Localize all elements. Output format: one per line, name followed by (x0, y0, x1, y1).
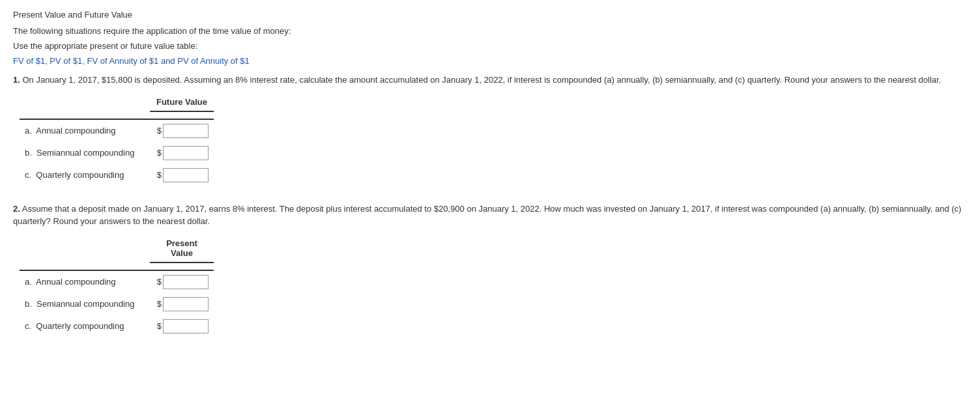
q2-input-b[interactable] (163, 297, 209, 311)
q2-row-a: a. Annual compounding $ (20, 270, 214, 293)
q1-input-c[interactable] (163, 168, 209, 182)
question-1-number: 1. (13, 75, 20, 85)
q1-dollar-b: $ (150, 142, 163, 164)
q2-input-th (163, 262, 214, 270)
q2-dollar-a: $ (150, 270, 163, 293)
q1-row-b: b. Semiannual compounding $ (20, 142, 214, 164)
q1-input-cell-a (163, 119, 214, 142)
page-title: Present Value and Future Value (13, 10, 967, 20)
q2-label-c: c. Quarterly compounding (20, 315, 150, 337)
q1-input-a[interactable] (163, 124, 209, 138)
q2-row-b: b. Semiannual compounding $ (20, 293, 214, 315)
q2-dollar-th (150, 262, 163, 270)
q2-input-c[interactable] (163, 319, 209, 333)
q2-label-b: b. Semiannual compounding (20, 293, 150, 315)
question-1-block: 1. On January 1, 2017, $15,800 is deposi… (13, 74, 967, 186)
q1-col-label (20, 94, 150, 111)
question-2-number: 2. (13, 204, 20, 214)
q1-input-cell-c (163, 164, 214, 186)
links-line[interactable]: FV of $1, PV of $1, FV of Annuity of $1 … (13, 56, 967, 66)
q2-input-cell-a (163, 270, 214, 293)
q2-col-header: Present Value (150, 236, 214, 262)
question-1-body: On January 1, 2017, $15,800 is deposited… (20, 75, 941, 85)
question-2-text: 2. Assume that a deposit made on January… (13, 203, 967, 228)
intro-text-1: The following situations require the app… (13, 26, 967, 36)
q1-dollar-c: $ (150, 164, 163, 186)
q1-label-a: a. Annual compounding (20, 119, 150, 142)
q1-row-a: a. Annual compounding $ (20, 119, 214, 142)
q2-input-cell-b (163, 293, 214, 315)
q1-label-c: c. Quarterly compounding (20, 164, 150, 186)
question-2-table: Present Value a. Annual compounding $ b.… (20, 236, 214, 337)
q2-col-label (20, 236, 150, 262)
q1-dollar-th (150, 111, 163, 119)
q1-input-th (163, 111, 214, 119)
q1-row-c: c. Quarterly compounding $ (20, 164, 214, 186)
q2-dollar-c: $ (150, 315, 163, 337)
question-1-text: 1. On January 1, 2017, $15,800 is deposi… (13, 74, 967, 87)
intro-text-2: Use the appropriate present or future va… (13, 41, 967, 51)
q2-row-c: c. Quarterly compounding $ (20, 315, 214, 337)
question-1-table: Future Value a. Annual compounding $ b. … (20, 94, 214, 186)
q1-col-header: Future Value (150, 94, 214, 111)
q1-dollar-a: $ (150, 119, 163, 142)
q1-label-b: b. Semiannual compounding (20, 142, 150, 164)
q2-label-a: a. Annual compounding (20, 270, 150, 293)
q2-input-cell-c (163, 315, 214, 337)
q1-spacer-th (20, 111, 150, 119)
q2-input-a[interactable] (163, 275, 209, 289)
question-2-block: 2. Assume that a deposit made on January… (13, 203, 967, 337)
question-2-body: Assume that a deposit made on January 1,… (13, 204, 961, 227)
q2-spacer-th (20, 262, 150, 270)
q1-input-b[interactable] (163, 146, 209, 160)
q1-input-cell-b (163, 142, 214, 164)
q2-dollar-b: $ (150, 293, 163, 315)
